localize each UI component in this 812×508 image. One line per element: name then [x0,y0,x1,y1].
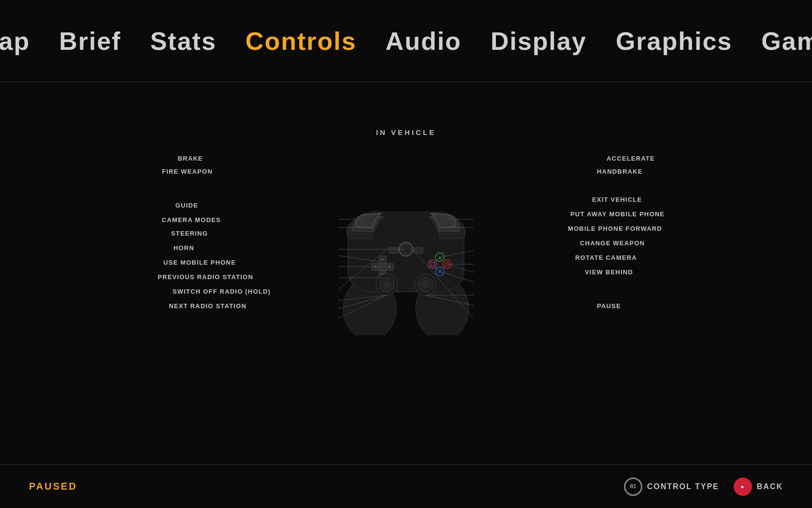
label-next-radio: NEXT RADIO STATION [169,301,246,310]
nav-display[interactable]: Display [491,27,587,56]
nav-game[interactable]: Game [761,27,812,56]
label-handbrake: HANDBRAKE [597,167,643,176]
nav-brief[interactable]: Brief [59,27,121,56]
footer: PAUSED R1 CONTROL TYPE ● BACK [0,464,812,508]
r1-icon: R1 [624,478,642,496]
label-accelerate: ACCELERATE [607,154,655,163]
label-pause: PAUSE [597,301,621,310]
label-camera-modes: CAMERA MODES [162,215,221,224]
back-label: BACK [757,482,783,491]
label-put-away: PUT AWAY MOBILE PHONE [570,209,665,218]
label-switch-off: SWITCH OFF RADIO (HOLD) [173,287,271,296]
controller-diagram: IN VEHICLE [140,123,672,375]
label-guide: GUIDE [175,201,198,209]
back-btn[interactable]: ● BACK [734,478,783,496]
circle-icon: ● [734,478,752,496]
control-type-btn[interactable]: R1 CONTROL TYPE [624,478,719,496]
nav-bar: Map Brief Stats Controls Audio Display G… [0,0,812,82]
svg-rect-2 [389,247,399,253]
label-fire-weapon: FIRE WEAPON [162,167,213,176]
paused-label: PAUSED [29,481,77,492]
nav-audio[interactable]: Audio [386,27,462,56]
footer-controls: R1 CONTROL TYPE ● BACK [624,478,783,496]
svg-point-26 [421,281,429,288]
svg-rect-8 [379,263,386,270]
nav-stats[interactable]: Stats [150,27,217,56]
nav-map[interactable]: Map [0,27,30,56]
label-steering: STEERING [171,229,208,238]
nav-graphics[interactable]: Graphics [616,27,732,56]
label-exit-vehicle: EXIT VEHICLE [592,195,642,204]
label-use-mobile: USE MOBILE PHONE [163,258,236,267]
main-content: IN VEHICLE [0,82,812,416]
label-prev-radio: PREVIOUS RADIO STATION [158,272,253,281]
label-horn: HORN [174,243,194,252]
in-vehicle-title: IN VEHICLE [376,128,436,136]
label-rotate-camera: ROTATE CAMERA [575,253,637,262]
nav-controls[interactable]: Controls [246,27,357,56]
svg-point-23 [383,281,391,288]
right-labels: ACCELERATE HANDBRAKE EXIT VEHICLE PUT AW… [469,123,672,375]
svg-point-15 [428,260,437,269]
label-mobile-fwd: MOBILE PHONE FORWARD [568,224,662,233]
label-view-behind: VIEW BEHIND [585,268,633,276]
svg-text:▲: ▲ [437,254,442,260]
left-labels: BRAKE FIRE WEAPON GUIDE CAMERA MODES STE… [140,123,343,375]
control-type-label: CONTROL TYPE [647,482,719,491]
svg-rect-5 [413,247,423,253]
label-change-weapon: CHANGE WEAPON [580,239,645,247]
label-brake: BRAKE [178,154,203,163]
